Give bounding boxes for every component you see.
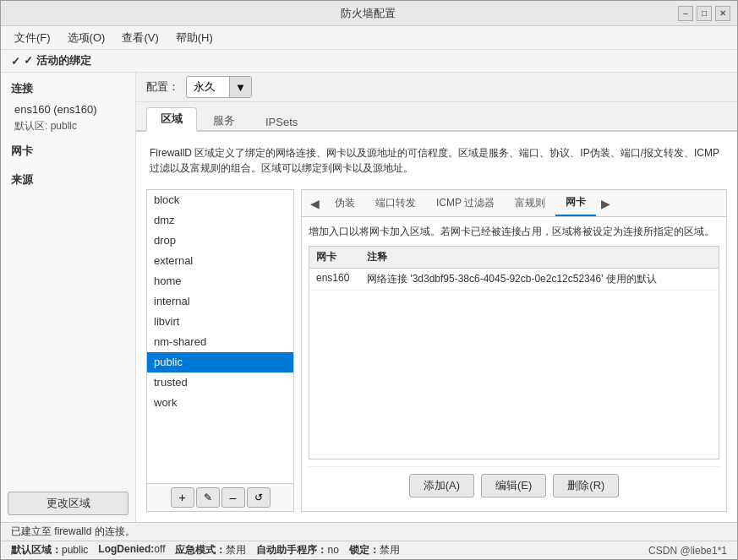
zone-item-public[interactable]: public	[147, 352, 293, 372]
close-button[interactable]: ✕	[715, 6, 730, 21]
top-toolbar: ✓ ✓ 活动的绑定	[1, 50, 737, 73]
detail-tab-port-forward[interactable]: 端口转发	[365, 191, 426, 215]
zone-edit-button[interactable]: ✎	[196, 487, 220, 508]
sidebar: 连接 ens160 (ens160) 默认区: public 网卡 来源 更改区…	[1, 73, 136, 522]
bottom-bar-item-应急模式: 应急模式：禁用	[175, 543, 246, 557]
nic-table: 网卡 注释 ens160 网络连接 '3d3dbf95-38c6-4045-92…	[309, 246, 719, 459]
zone-list-container: blockdmzdropexternalhomeinternallibvirtn…	[146, 189, 294, 512]
tab-services[interactable]: 服务	[199, 109, 249, 132]
zone-item-work[interactable]: work	[147, 393, 293, 413]
zone-item-trusted[interactable]: trusted	[147, 372, 293, 393]
nic-note-cell: 网络连接 '3d3dbf95-38c6-4045-92cb-0e2c12c523…	[367, 272, 712, 286]
zone-list-toolbar: + ✎ – ↺	[147, 483, 293, 511]
zone-item-nm-shared[interactable]: nm-shared	[147, 332, 293, 352]
tab-ipsets[interactable]: IPSets	[251, 111, 312, 132]
zone-remove-button[interactable]: –	[221, 487, 245, 508]
bottom-bar-item-LogDenied: LogDenied:off	[98, 543, 165, 557]
menu-bar: 文件(F) 选项(O) 查看(V) 帮助(H)	[1, 26, 737, 50]
nic-add-button[interactable]: 添加(A)	[409, 474, 474, 497]
zone-refresh-button[interactable]: ↺	[247, 487, 271, 508]
maximize-button[interactable]: □	[697, 6, 712, 21]
zone-item-external[interactable]: external	[147, 251, 293, 271]
detail-tab-rich-rules[interactable]: 富规则	[505, 191, 555, 215]
bottom-bar-item-自动助手程序: 自动助手程序：no	[256, 543, 338, 557]
detail-tab-prev[interactable]: ◀	[305, 193, 325, 214]
detail-panel: ◀ 伪装 端口转发 ICMP 过滤器 富规则 网卡 ▶ 增加入口以将网卡加入区域…	[301, 189, 727, 512]
bottom-bar-credit: CSDN @liebe1*1	[648, 545, 727, 557]
title-bar: 防火墙配置 – □ ✕	[1, 1, 737, 26]
nic-col-name-header: 网卡	[316, 250, 367, 264]
right-panel: 配置： 永久 ▼ 区域 服务 IPSets FirewallD 区域定义了绑定的…	[136, 73, 737, 522]
zone-add-button[interactable]: +	[171, 487, 194, 508]
window-controls: – □ ✕	[678, 6, 730, 21]
zone-item-drop[interactable]: drop	[147, 231, 293, 251]
zone-list: blockdmzdropexternalhomeinternallibvirtn…	[147, 190, 293, 483]
status-bar: 已建立至 firewalld 的连接。	[1, 522, 737, 541]
status-message: 已建立至 firewalld 的连接。	[11, 525, 135, 537]
main-tab-bar: 区域 服务 IPSets	[136, 102, 737, 132]
zone-item-block[interactable]: block	[147, 190, 293, 210]
zone-description: FirewallD 区域定义了绑定的网络连接、网卡以及源地址的可信程度。区域是服…	[146, 142, 727, 179]
change-zone-button[interactable]: 更改区域	[8, 492, 128, 515]
zone-item-dmz[interactable]: dmz	[147, 210, 293, 231]
nic-name-cell: ens160	[316, 272, 367, 286]
menu-view[interactable]: 查看(V)	[115, 29, 165, 47]
nic-description: 增加入口以将网卡加入区域。若网卡已经被连接占用，区域将被设定为连接所指定的区域。	[309, 224, 719, 239]
detail-tab-bar: ◀ 伪装 端口转发 ICMP 过滤器 富规则 网卡 ▶	[302, 190, 726, 217]
main-content: 连接 ens160 (ens160) 默认区: public 网卡 来源 更改区…	[1, 73, 737, 522]
nic-edit-button[interactable]: 编辑(E)	[481, 474, 546, 497]
action-buttons: 添加(A) 编辑(E) 删除(R)	[309, 466, 719, 504]
menu-options[interactable]: 选项(O)	[61, 29, 112, 47]
zone-content: blockdmzdropexternalhomeinternallibvirtn…	[146, 189, 727, 512]
config-toolbar: 配置： 永久 ▼	[136, 73, 737, 102]
bottom-bar-left: 默认区域：publicLogDenied:off应急模式：禁用自动助手程序：no…	[11, 543, 400, 557]
detail-tab-icmp[interactable]: ICMP 过滤器	[426, 191, 505, 215]
bottom-bar-item-锁定: 锁定：禁用	[349, 543, 400, 557]
main-window: 防火墙配置 – □ ✕ 文件(F) 选项(O) 查看(V) 帮助(H) ✓ ✓ …	[0, 0, 738, 560]
sidebar-connection-section: 连接 ens160 (ens160) 默认区: public	[8, 79, 128, 135]
config-dropdown[interactable]: 永久 ▼	[186, 76, 252, 98]
content-area: FirewallD 区域定义了绑定的网络连接、网卡以及源地址的可信程度。区域是服…	[136, 132, 737, 522]
active-binding-section: ✓ ✓ 活动的绑定	[11, 53, 91, 68]
sidebar-connection-title: 连接	[8, 79, 128, 98]
sidebar-ens160[interactable]: ens160 (ens160)	[8, 101, 128, 117]
detail-tab-masquerade[interactable]: 伪装	[325, 191, 365, 215]
sidebar-nic-section: 网卡	[8, 142, 128, 164]
window-title: 防火墙配置	[58, 6, 678, 21]
config-value: 永久	[187, 78, 229, 96]
zone-item-home[interactable]: home	[147, 271, 293, 291]
zone-item-libvirt[interactable]: libvirt	[147, 312, 293, 332]
sidebar-source-section: 来源	[8, 171, 128, 193]
config-label: 配置：	[146, 79, 179, 95]
detail-tab-next[interactable]: ▶	[596, 193, 615, 214]
check-icon: ✓	[11, 55, 20, 68]
tab-zones[interactable]: 区域	[146, 107, 197, 132]
detail-tab-nic[interactable]: 网卡	[555, 190, 596, 216]
menu-help[interactable]: 帮助(H)	[169, 29, 220, 47]
nic-table-header: 网卡 注释	[309, 247, 719, 269]
dropdown-arrow-icon: ▼	[235, 81, 246, 94]
nic-col-note-header: 注释	[367, 250, 712, 264]
sidebar-default-zone: 默认区: public	[8, 117, 128, 135]
nic-remove-button[interactable]: 删除(R)	[553, 474, 619, 497]
sidebar-bottom: 更改区域	[8, 485, 128, 515]
bottom-bar: 默认区域：publicLogDenied:off应急模式：禁用自动助手程序：no…	[1, 541, 737, 559]
active-binding-label: ✓ 活动的绑定	[24, 53, 91, 68]
menu-file[interactable]: 文件(F)	[8, 29, 57, 47]
detail-content: 增加入口以将网卡加入区域。若网卡已经被连接占用，区域将被设定为连接所指定的区域。…	[302, 217, 726, 511]
bottom-bar-item-默认区域: 默认区域：public	[11, 543, 88, 557]
minimize-button[interactable]: –	[678, 6, 693, 21]
nic-table-row[interactable]: ens160 网络连接 '3d3dbf95-38c6-4045-92cb-0e2…	[309, 269, 719, 291]
config-dropdown-arrow[interactable]: ▼	[229, 77, 251, 97]
sidebar-nic-title: 网卡	[8, 142, 128, 160]
sidebar-source-title: 来源	[8, 171, 128, 189]
zone-item-internal[interactable]: internal	[147, 291, 293, 312]
